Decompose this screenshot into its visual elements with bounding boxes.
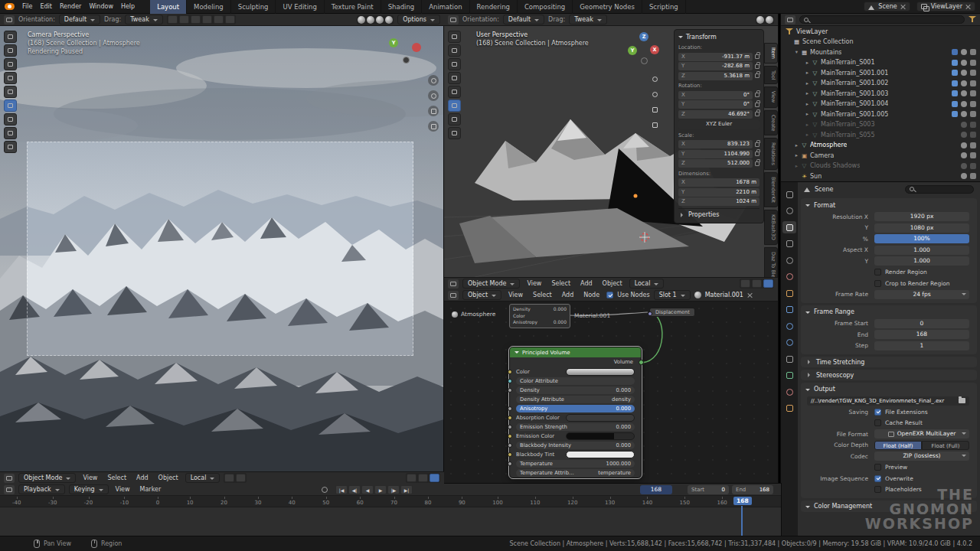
menubar-item[interactable]: Help xyxy=(118,3,138,10)
tab-output[interactable] xyxy=(782,221,796,233)
material-output-displacement-socket[interactable]: Displacement xyxy=(649,308,695,317)
output-panel-header[interactable]: Output xyxy=(801,383,977,395)
cache-result-checkbox[interactable] xyxy=(874,419,881,426)
editor-type-icon[interactable] xyxy=(448,291,459,300)
displacement-input-socket[interactable] xyxy=(648,311,652,316)
zoom-icon[interactable] xyxy=(649,73,660,84)
shading-material-icon[interactable] xyxy=(766,16,773,24)
node-input-row[interactable]: Temperature1000.000 xyxy=(516,459,635,468)
playback-control-button[interactable]: ◀| xyxy=(348,485,361,494)
input-socket[interactable] xyxy=(508,425,512,429)
shader-menu[interactable]: Node xyxy=(580,292,603,298)
drag-dropdown[interactable]: Tweak xyxy=(125,15,163,24)
disable-render-icon[interactable] xyxy=(970,49,976,55)
snap-magnet-icon[interactable] xyxy=(224,474,234,482)
workspace-tab[interactable]: Compositing xyxy=(518,0,573,14)
xray-icon[interactable] xyxy=(225,15,235,24)
codec-dropdown[interactable]: ZIP (lossless) xyxy=(874,452,969,461)
transform-panel-header[interactable]: Transform xyxy=(678,32,760,43)
visibility-icon[interactable] xyxy=(407,474,416,482)
lock-icon[interactable] xyxy=(755,103,760,107)
annotate-tool[interactable] xyxy=(4,113,17,126)
disable-render-icon[interactable] xyxy=(970,80,976,86)
tab-view-layer[interactable] xyxy=(782,238,796,250)
rotation-field[interactable]: X0° xyxy=(678,91,760,99)
sidebar-tab[interactable]: Create xyxy=(764,110,778,136)
camera-view-icon[interactable] xyxy=(649,104,660,115)
workspace-tab[interactable]: Sculpting xyxy=(231,0,276,14)
timeline-ruler[interactable]: -40-30-20-100102030405060708090100110120… xyxy=(0,496,781,507)
sidebar-tab[interactable]: Tool xyxy=(764,66,778,85)
time-stretching-header[interactable]: Time Stretching xyxy=(801,357,977,367)
gizmo-negative-axis[interactable] xyxy=(403,57,410,64)
keying-menu[interactable]: Keying xyxy=(69,484,109,494)
tab-render[interactable] xyxy=(782,205,796,217)
playhead[interactable]: 168 xyxy=(733,496,752,536)
viewport-menu[interactable]: View xyxy=(524,280,544,287)
input-socket[interactable] xyxy=(508,443,512,448)
overlay-toggle-icon[interactable] xyxy=(418,474,428,482)
input-socket[interactable] xyxy=(508,461,512,466)
viewport-menu[interactable]: Object xyxy=(599,280,626,287)
transform-tool[interactable] xyxy=(448,99,461,112)
expand-caret-icon[interactable]: ▸ xyxy=(804,70,811,76)
snap-magnet-icon[interactable] xyxy=(168,15,178,24)
properties-search[interactable] xyxy=(905,185,974,194)
playback-control-button[interactable]: ▶| xyxy=(400,485,413,494)
color-management-header[interactable]: Color Management xyxy=(801,500,977,512)
modifier-wrench-icon[interactable] xyxy=(952,101,958,107)
shader-menu[interactable]: Add xyxy=(559,292,577,298)
expand-caret-icon[interactable]: ▸ xyxy=(804,80,811,86)
modifier-wrench-icon[interactable] xyxy=(952,111,958,117)
editor-type-icon[interactable] xyxy=(4,485,15,494)
scale-field[interactable]: X839.123 xyxy=(678,140,760,148)
rotation-field[interactable]: Y0° xyxy=(678,100,760,109)
hide-eye-icon[interactable] xyxy=(961,60,967,66)
menubar-item[interactable]: File xyxy=(19,3,35,10)
expand-caret-icon[interactable]: ▸ xyxy=(804,122,811,128)
playback-control-button[interactable]: |◀ xyxy=(335,485,348,494)
outliner-row[interactable]: ▸ ▽ MainTerrain_S003 xyxy=(781,119,980,130)
menubar-item[interactable]: Window xyxy=(86,3,116,10)
camera-view-icon[interactable] xyxy=(428,106,439,116)
shading-wireframe-icon[interactable] xyxy=(358,16,365,24)
scale-field[interactable]: Y1104.990 xyxy=(678,150,760,158)
outliner-row[interactable]: ▸ ▽ Clouds Shadows xyxy=(781,161,980,171)
rotate-tool[interactable] xyxy=(448,72,461,84)
hide-eye-icon[interactable] xyxy=(961,49,967,55)
tab-scene[interactable] xyxy=(782,254,796,266)
render-preview-toggle-icon[interactable] xyxy=(430,474,439,482)
playback-control-button[interactable]: |▶ xyxy=(387,485,400,494)
scene-selector[interactable]: Scene xyxy=(864,2,910,11)
tab-object-data[interactable] xyxy=(782,370,796,382)
overwrite-checkbox[interactable] xyxy=(874,475,881,482)
file-format-dropdown[interactable]: OpenEXR MultiLayer xyxy=(874,429,969,439)
gizmo-x-axis[interactable] xyxy=(412,43,421,52)
measure-tool[interactable] xyxy=(4,127,17,139)
expand-caret-icon[interactable]: ▸ xyxy=(804,111,811,117)
color-swatch[interactable] xyxy=(566,368,635,376)
disable-render-icon[interactable] xyxy=(970,152,976,158)
disable-render-icon[interactable] xyxy=(970,101,976,107)
auto-keying-icon[interactable] xyxy=(322,487,328,493)
input-socket[interactable] xyxy=(508,379,512,383)
node-input-row[interactable]: Blackbody Tint xyxy=(516,450,635,458)
shader-menu[interactable]: Select xyxy=(530,292,555,298)
transform-orientation-dropdown[interactable]: Local xyxy=(185,473,220,483)
modifier-wrench-icon[interactable] xyxy=(952,80,958,86)
outliner-row[interactable]: ▸ ▽ MainTerrain_S001.002 xyxy=(781,78,980,89)
number-field[interactable]: 168 xyxy=(874,330,969,339)
select-box-tool[interactable] xyxy=(4,31,17,43)
rotation-mode-dropdown[interactable]: XYZ Euler xyxy=(678,120,760,129)
tab-texture[interactable] xyxy=(782,403,796,415)
render-region-checkbox[interactable] xyxy=(874,269,881,276)
remove-viewlayer-icon[interactable] xyxy=(965,4,971,9)
lock-icon[interactable] xyxy=(755,161,760,166)
input-socket[interactable] xyxy=(508,406,512,411)
collapsed-node-preview[interactable]: Density0.000 Color Anisotropy0.000 xyxy=(509,304,570,328)
shader-type-dropdown[interactable]: Object xyxy=(462,290,501,300)
disable-render-icon[interactable] xyxy=(970,173,976,179)
outliner-row[interactable]: ▸ ▽ Atmosphere xyxy=(781,140,980,151)
sidebar-tab[interactable]: Relations xyxy=(764,138,778,170)
shading-material-icon[interactable] xyxy=(376,16,384,24)
